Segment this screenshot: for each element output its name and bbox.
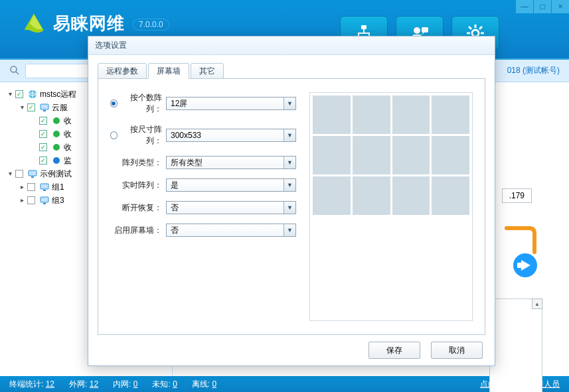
enable-label: 启用屏幕墙：	[110, 225, 166, 236]
tab-other[interactable]: 其它	[191, 63, 224, 79]
by-count-select[interactable]: 12屏▼	[166, 97, 296, 110]
by-count-label: 按个数阵列：	[122, 92, 162, 115]
chevron-down-icon: ▼	[284, 202, 295, 214]
chevron-down-icon: ▼	[284, 129, 295, 141]
type-value: 所有类型	[171, 157, 203, 168]
restore-value: 否	[171, 202, 179, 214]
preview-cell	[432, 136, 469, 174]
radio-by-size[interactable]	[110, 131, 118, 139]
options-dialog: 选项设置 远程参数 屏幕墙 其它 按个数阵列： 12屏▼ 按尺寸阵列：	[88, 36, 495, 366]
dialog-tabs: 远程参数 屏幕墙 其它	[98, 62, 485, 79]
preview-cell	[353, 176, 390, 215]
realtime-select[interactable]: 是▼	[166, 178, 296, 192]
preview-cell	[313, 96, 351, 134]
preview-cell	[313, 176, 351, 215]
preview-cell	[432, 96, 469, 134]
tab-remote-params[interactable]: 远程参数	[98, 63, 147, 79]
enable-select[interactable]: 否▼	[166, 224, 296, 237]
by-size-label: 按尺寸阵列：	[122, 124, 162, 147]
preview-cell	[392, 136, 430, 174]
grid-preview	[309, 92, 473, 321]
chevron-down-icon: ▼	[284, 157, 295, 168]
restore-select[interactable]: 否▼	[166, 201, 296, 214]
save-button[interactable]: 保存	[368, 342, 420, 359]
tab-screen-wall[interactable]: 屏幕墙	[148, 63, 189, 79]
type-label: 阵列类型：	[110, 157, 166, 168]
by-count-value: 12屏	[171, 98, 187, 109]
restore-label: 断开恢复：	[110, 202, 166, 214]
preview-cell	[392, 96, 430, 134]
preview-cell	[392, 176, 430, 215]
chevron-down-icon: ▼	[284, 179, 295, 191]
realtime-label: 实时阵列：	[110, 180, 166, 191]
by-size-value: 300x533	[171, 131, 201, 140]
settings-form: 按个数阵列： 12屏▼ 按尺寸阵列： 300x533▼ 阵列类型： 所有类型▼	[110, 92, 296, 321]
preview-cell	[353, 136, 390, 174]
preview-cell	[432, 176, 469, 215]
enable-value: 否	[171, 225, 179, 236]
preview-cell	[353, 96, 390, 134]
dialog-footer: 保存 取消	[88, 335, 495, 365]
realtime-value: 是	[171, 180, 179, 191]
cancel-button[interactable]: 取消	[431, 342, 483, 359]
chevron-down-icon: ▼	[284, 224, 295, 236]
radio-by-count[interactable]	[110, 99, 118, 107]
by-size-select[interactable]: 300x533▼	[166, 129, 296, 142]
dialog-title: 选项设置	[88, 36, 495, 55]
type-select[interactable]: 所有类型▼	[166, 156, 296, 169]
tab-panel: 按个数阵列： 12屏▼ 按尺寸阵列： 300x533▼ 阵列类型： 所有类型▼	[98, 79, 485, 335]
chevron-down-icon: ▼	[284, 98, 295, 109]
modal-backdrop: 选项设置 远程参数 屏幕墙 其它 按个数阵列： 12屏▼ 按尺寸阵列：	[0, 0, 569, 392]
preview-cell	[313, 136, 351, 174]
